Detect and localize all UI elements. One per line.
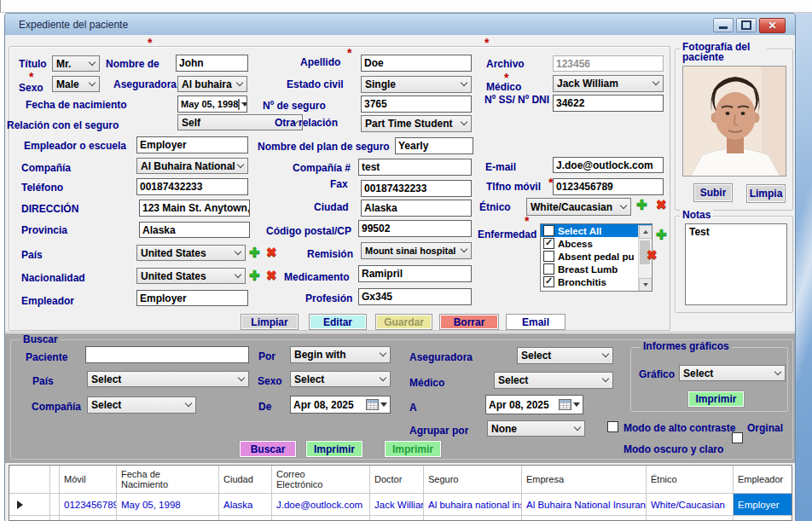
notes-textarea[interactable]: Test xyxy=(685,223,787,305)
grid-cell[interactable]: Employer xyxy=(734,494,792,516)
grid-cell[interactable]: 0123456789 xyxy=(60,494,117,516)
grid-cell[interactable] xyxy=(522,516,647,521)
search-medico-select[interactable]: Select xyxy=(494,372,613,389)
telefono-input[interactable]: 00187432233 xyxy=(136,178,248,195)
disease-checkbox[interactable] xyxy=(543,225,554,236)
grid-cell[interactable]: Al buhaira national ins. xyxy=(424,494,522,516)
search-sexo-select[interactable]: Select xyxy=(290,371,391,387)
disease-item[interactable]: Absent pedal pu xyxy=(541,250,652,263)
disease-checkbox[interactable] xyxy=(543,276,554,287)
nacionalidad-delete-icon[interactable] xyxy=(266,268,281,283)
grid-cell[interactable]: May 05, 1998 xyxy=(117,494,219,516)
remision-select[interactable]: Mount sinai hospital xyxy=(361,242,472,259)
limpiar-button[interactable]: Limpiar xyxy=(241,314,299,330)
grid-header-cell[interactable] xyxy=(9,466,50,494)
disease-item[interactable]: Bronchitis xyxy=(541,275,652,288)
enfermedad-add-icon[interactable] xyxy=(656,227,671,242)
sexo-select[interactable]: Male xyxy=(52,76,100,92)
grid-header-cell[interactable]: Correo Electrónico xyxy=(272,466,370,494)
grid-header-cell[interactable]: Fecha de Nacimiento xyxy=(117,466,219,494)
aseguradora-select[interactable]: Al buhaira xyxy=(177,76,247,92)
profesion-input[interactable]: Gx345 xyxy=(358,288,472,305)
results-grid[interactable]: MóvilFecha de NacimientoCiudadCorreo Ele… xyxy=(9,465,792,521)
grid-cell[interactable] xyxy=(647,516,734,521)
empleador-input[interactable]: Employer xyxy=(136,290,248,306)
compania-num-input[interactable]: test xyxy=(358,159,472,176)
ciudad-input[interactable]: Alaska xyxy=(361,200,472,217)
fax-input[interactable]: 00187432233 xyxy=(361,180,472,197)
email-button[interactable]: Email xyxy=(506,314,566,330)
editar-button[interactable]: Editar xyxy=(309,314,367,330)
plan-seguro-input[interactable]: Yearly xyxy=(395,137,473,154)
grid-cell[interactable] xyxy=(50,494,60,516)
search-paciente-input[interactable] xyxy=(85,346,249,363)
limpia-button[interactable]: Limpia xyxy=(746,184,786,203)
grid-header-cell[interactable] xyxy=(50,466,60,494)
email-input[interactable]: J.doe@outlock.com xyxy=(553,157,664,173)
nacionalidad-add-icon[interactable] xyxy=(249,268,264,283)
fecha-nacimiento-datepicker[interactable]: May 05, 1998 xyxy=(177,96,247,113)
grid-cell[interactable] xyxy=(60,516,117,521)
search-pais-select[interactable]: Select xyxy=(87,371,249,387)
nacionalidad-select[interactable]: United States xyxy=(136,268,246,284)
grid-cell[interactable] xyxy=(219,516,272,521)
buscar-button[interactable]: Buscar xyxy=(239,440,297,458)
imprimir-button[interactable]: Imprimir xyxy=(305,440,363,458)
nombre-input[interactable]: John xyxy=(176,55,248,72)
grid-cell[interactable] xyxy=(9,494,50,516)
disease-item[interactable]: Select All xyxy=(541,224,652,237)
agrupar-por-select[interactable]: None xyxy=(487,420,585,437)
direccion-input[interactable]: 123 Main St. Anytown, xyxy=(139,200,250,217)
close-button[interactable]: ✕ xyxy=(759,18,786,33)
grid-cell[interactable]: Al Buhaira National Insurance xyxy=(522,494,647,516)
search-por-select[interactable]: Begin with xyxy=(290,346,391,363)
guardar-button[interactable]: Guardar xyxy=(375,314,432,330)
empleador-escuela-input[interactable]: Employer xyxy=(136,136,248,153)
etnico-delete-icon[interactable] xyxy=(656,197,671,212)
grid-cell[interactable] xyxy=(734,516,792,521)
medico-select[interactable]: Jack William xyxy=(553,75,664,92)
pais-add-icon[interactable] xyxy=(249,245,264,260)
search-de-datepicker[interactable]: Apr 08, 2025 xyxy=(290,396,391,414)
grid-cell[interactable] xyxy=(117,516,219,521)
grid-cell[interactable]: Jack William xyxy=(370,494,424,516)
disease-item[interactable]: Breast Lumb xyxy=(541,263,652,275)
grid-cell[interactable] xyxy=(9,516,50,521)
num-ss-dni-input[interactable]: 34622 xyxy=(553,95,664,112)
grid-header-cell[interactable]: Empresa xyxy=(522,466,647,494)
grid-cell[interactable]: J.doe@outlock.com xyxy=(272,494,370,516)
grid-cell[interactable] xyxy=(424,516,522,521)
grid-header-cell[interactable]: Seguro xyxy=(424,466,522,494)
grid-cell[interactable] xyxy=(272,516,370,521)
grafico-select[interactable]: Select xyxy=(679,365,786,381)
scroll-up-button[interactable] xyxy=(639,225,652,239)
orginal-checkbox[interactable] xyxy=(732,432,743,443)
grid-header-cell[interactable]: Doctor xyxy=(370,466,424,494)
titulo-select[interactable]: Mr. xyxy=(52,55,100,72)
estado-civil-select[interactable]: Single xyxy=(361,76,472,93)
grid-cell[interactable]: Alaska xyxy=(219,494,272,516)
otra-relacion-select[interactable]: Part Time Student xyxy=(361,115,472,132)
pais-select[interactable]: United States xyxy=(136,245,246,261)
grid-cell[interactable] xyxy=(370,516,424,521)
pais-delete-icon[interactable] xyxy=(266,245,281,260)
borrar-button[interactable]: Borrar xyxy=(439,314,499,330)
enfermedad-delete-icon[interactable] xyxy=(647,247,662,263)
apellido-input[interactable]: Doe xyxy=(361,55,472,72)
grid-header-cell[interactable]: Ciudad xyxy=(219,466,272,494)
grid-header-cell[interactable]: Étnico xyxy=(647,466,734,494)
search-compania-select[interactable]: Select xyxy=(87,397,196,414)
informes-imprimir-button[interactable]: Imprimir xyxy=(687,391,745,408)
minimize-button[interactable] xyxy=(713,18,734,32)
etnico-add-icon[interactable] xyxy=(636,197,652,212)
enfermedad-listbox[interactable]: Select AllAbcessAbsent pedal puBreast Lu… xyxy=(540,223,652,292)
imprimir-secondary-button[interactable]: Imprimir xyxy=(384,440,442,458)
disease-checkbox[interactable] xyxy=(543,251,554,262)
disease-checkbox[interactable] xyxy=(543,263,554,275)
disease-item[interactable]: Abcess xyxy=(541,237,652,250)
alto-contraste-checkbox[interactable] xyxy=(607,421,618,432)
compania-select[interactable]: Al Buhaira National xyxy=(136,158,248,174)
grid-cell[interactable]: White/Caucasian xyxy=(647,494,734,516)
medicamento-input[interactable]: Ramipril xyxy=(358,265,472,282)
grid-cell[interactable] xyxy=(50,516,60,521)
